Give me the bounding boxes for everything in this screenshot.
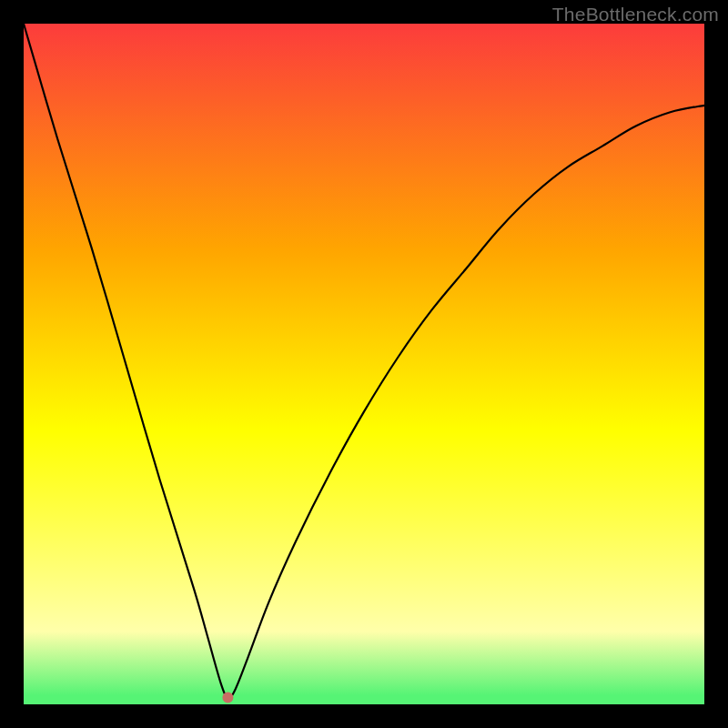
bottleneck-curve-svg bbox=[24, 24, 704, 704]
bottleneck-curve bbox=[24, 24, 704, 698]
watermark-text: TheBottleneck.com bbox=[552, 4, 719, 25]
optimal-point-marker bbox=[222, 693, 233, 703]
chart-plot-area bbox=[24, 24, 704, 704]
